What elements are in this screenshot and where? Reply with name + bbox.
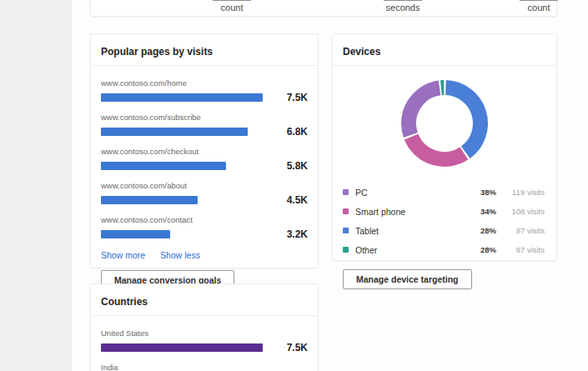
legend-swatch: [343, 189, 349, 195]
bar: [101, 128, 248, 136]
bar-row: United States7.5K: [101, 328, 308, 353]
bar-row: India6.8K: [101, 363, 308, 371]
metrics-summary-card: count seconds count: [90, 0, 557, 17]
metric-unit-count: count: [528, 3, 550, 13]
bar-label: www.contoso.com/subscribe: [101, 113, 308, 122]
bar-row: www.contoso.com/home7.5K: [101, 78, 308, 103]
legend-label: Smart phone: [355, 207, 466, 217]
bar: [101, 162, 226, 170]
legend-visits: 108 visits: [496, 207, 545, 216]
bar-label: United States: [101, 328, 308, 338]
legend-label: Tablet: [355, 226, 466, 236]
bar-track: [101, 162, 269, 170]
popular-pages-title: Popular pages by visits: [91, 34, 318, 65]
bar-row: www.contoso.com/contact3.2K: [101, 215, 308, 240]
bar-value: 7.5K: [269, 342, 308, 353]
bar-row: www.contoso.com/checkout5.8K: [101, 147, 308, 172]
clipped-metric-value: [510, 0, 568, 1]
legend-label: Other: [355, 245, 466, 255]
devices-title: Devices: [333, 34, 556, 65]
bar-label: www.contoso.com/checkout: [101, 147, 308, 156]
legend-percentage: 38%: [466, 188, 496, 197]
bar-value: 7.5K: [269, 92, 308, 103]
devices-card: Devices PC38%119 visitsSmart phone34%108…: [332, 33, 557, 261]
countries-bar-chart: United States7.5KIndia6.8K: [91, 316, 318, 371]
left-gutter: [0, 0, 72, 371]
show-less-link[interactable]: Show less: [160, 250, 200, 260]
popular-pages-bar-chart: www.contoso.com/home7.5Kwww.contoso.com/…: [91, 66, 318, 240]
popular-pages-card: Popular pages by visits www.contoso.com/…: [90, 33, 319, 268]
bar-track: [101, 343, 269, 352]
bar-track: [101, 196, 269, 204]
legend-row-tablet[interactable]: Tablet28%97 visits: [343, 221, 545, 240]
clipped-metric-value: [374, 0, 432, 1]
bar-value: 5.8K: [269, 160, 308, 172]
analytics-dashboard: count seconds count Popular pages by vis…: [0, 0, 588, 371]
legend-swatch: [343, 228, 349, 233]
bar-track: [101, 128, 269, 136]
countries-card: Countries United States7.5KIndia6.8K: [90, 283, 319, 371]
bar-label: www.contoso.com/contact: [101, 215, 308, 224]
legend-swatch: [343, 208, 349, 214]
bar-value: 6.8K: [269, 126, 308, 138]
manage-device-targeting-button[interactable]: Manage device targeting: [343, 269, 472, 289]
donut-segment-tablet: [446, 88, 480, 153]
donut-segment-pc: [409, 88, 440, 135]
bar-label: www.contoso.com/home: [101, 78, 308, 88]
legend-row-other[interactable]: Other28%97 visits: [343, 240, 545, 259]
legend-percentage: 28%: [466, 226, 496, 235]
devices-legend: PC38%119 visitsSmart phone34%108 visitsT…: [333, 174, 556, 259]
donut-segment-smart-phone: [411, 137, 464, 159]
show-links-row: Show more Show less: [91, 240, 318, 260]
legend-percentage: 28%: [466, 245, 496, 254]
bar: [101, 93, 263, 102]
bar-value: 3.2K: [269, 228, 308, 240]
devices-donut-chart: [394, 73, 495, 174]
metric-unit-count: count: [221, 3, 244, 13]
legend-percentage: 34%: [466, 207, 496, 216]
bar-row: www.contoso.com/about4.5K: [101, 181, 308, 206]
legend-visits: 119 visits: [496, 188, 545, 197]
countries-title: Countries: [91, 284, 318, 315]
legend-row-smart-phone[interactable]: Smart phone34%108 visits: [343, 202, 545, 221]
show-more-link[interactable]: Show more: [101, 250, 145, 260]
bar: [101, 196, 198, 204]
legend-visits: 97 visits: [496, 245, 545, 254]
bar-label: India: [101, 363, 308, 371]
bar-row: www.contoso.com/subscribe6.8K: [101, 113, 308, 138]
clipped-metric-value: [203, 0, 261, 1]
bar: [101, 230, 170, 238]
metric-unit-seconds: seconds: [386, 3, 420, 13]
legend-row-pc[interactable]: PC38%119 visits: [343, 183, 545, 202]
bar-value: 4.5K: [269, 194, 308, 206]
bar: [101, 343, 263, 352]
bar-label: www.contoso.com/about: [101, 181, 308, 190]
legend-label: PC: [355, 188, 466, 198]
legend-swatch: [343, 247, 349, 253]
bar-track: [101, 230, 269, 238]
bar-track: [101, 93, 269, 102]
legend-visits: 97 visits: [496, 226, 545, 235]
